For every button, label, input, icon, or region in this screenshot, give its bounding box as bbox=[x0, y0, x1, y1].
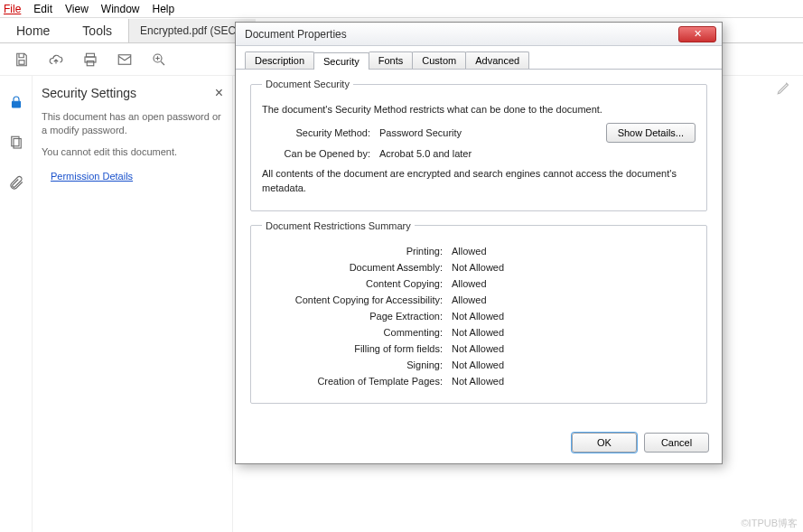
svg-rect-6 bbox=[12, 101, 20, 107]
group-restrictions-summary: Document Restrictions Summary Printing:A… bbox=[250, 220, 707, 404]
print-icon[interactable] bbox=[81, 51, 99, 69]
restriction-value: Not Allowed bbox=[452, 262, 696, 273]
tab-fonts[interactable]: Fonts bbox=[369, 51, 414, 69]
permission-details-link[interactable]: Permission Details bbox=[51, 171, 133, 182]
show-details-button[interactable]: Show Details... bbox=[606, 123, 696, 143]
restriction-value: Allowed bbox=[452, 246, 696, 257]
restriction-row: Document Assembly:Not Allowed bbox=[262, 262, 696, 273]
pages-icon[interactable] bbox=[8, 135, 24, 154]
dialog-tabs: Description Security Fonts Custom Advanc… bbox=[236, 46, 722, 70]
dialog-title: Document Properties bbox=[245, 28, 347, 41]
side-text-1: This document has an open password or a … bbox=[42, 110, 223, 138]
dialog-close-button[interactable]: ✕ bbox=[678, 26, 716, 42]
watermark: ©ITPUB博客 bbox=[742, 517, 798, 530]
restriction-row: Filling of form fields:Not Allowed bbox=[262, 343, 696, 354]
restriction-label: Creation of Template Pages: bbox=[262, 376, 452, 387]
dialog-footer: OK Cancel bbox=[236, 425, 722, 463]
side-text-2: You cannot edit this document. bbox=[42, 145, 223, 159]
cloud-upload-icon[interactable] bbox=[47, 51, 65, 69]
restriction-row: Page Extraction:Not Allowed bbox=[262, 311, 696, 322]
security-method-label: Security Method: bbox=[262, 127, 379, 138]
lock-icon[interactable] bbox=[8, 94, 24, 113]
open-by-value: Acrobat 5.0 and later bbox=[379, 148, 696, 159]
restriction-value: Not Allowed bbox=[452, 311, 696, 322]
restriction-row: Creation of Template Pages:Not Allowed bbox=[262, 376, 696, 387]
mail-icon[interactable] bbox=[116, 51, 134, 69]
menu-window[interactable]: Window bbox=[101, 3, 140, 15]
restriction-value: Not Allowed bbox=[452, 343, 696, 354]
menu-edit[interactable]: Edit bbox=[33, 3, 52, 15]
restriction-label: Printing: bbox=[262, 246, 452, 257]
restriction-label: Content Copying for Accessibility: bbox=[262, 294, 452, 305]
restriction-label: Signing: bbox=[262, 359, 452, 370]
tab-custom[interactable]: Custom bbox=[412, 51, 466, 69]
restriction-row: Content Copying:Allowed bbox=[262, 278, 696, 289]
close-icon[interactable]: × bbox=[215, 85, 223, 101]
svg-rect-7 bbox=[11, 136, 18, 146]
group-document-security-legend: Document Security bbox=[262, 79, 353, 89]
security-method-value: Password Security bbox=[379, 127, 606, 138]
tab-home[interactable]: Home bbox=[0, 18, 66, 43]
cancel-button[interactable]: Cancel bbox=[644, 433, 709, 453]
restriction-label: Page Extraction: bbox=[262, 311, 452, 322]
pencil-icon[interactable] bbox=[776, 79, 792, 96]
restriction-value: Not Allowed bbox=[452, 359, 696, 370]
docsec-note: All contents of the document are encrypt… bbox=[262, 166, 696, 196]
menu-file[interactable]: File bbox=[4, 3, 21, 15]
open-by-label: Can be Opened by: bbox=[262, 148, 379, 159]
tab-advanced[interactable]: Advanced bbox=[465, 51, 529, 69]
svg-rect-4 bbox=[118, 54, 131, 64]
restriction-label: Filling of form fields: bbox=[262, 343, 452, 354]
restriction-row: Signing:Not Allowed bbox=[262, 359, 696, 370]
restriction-row: Printing:Allowed bbox=[262, 246, 696, 257]
attachment-icon[interactable] bbox=[8, 175, 24, 194]
restriction-value: Not Allowed bbox=[452, 327, 696, 338]
tab-tools[interactable]: Tools bbox=[66, 18, 128, 43]
dialog-titlebar[interactable]: Document Properties ✕ bbox=[236, 23, 722, 46]
menu-help[interactable]: Help bbox=[153, 3, 175, 15]
docsec-intro: The document's Security Method restricts… bbox=[262, 102, 696, 117]
document-properties-dialog: Document Properties ✕ Description Securi… bbox=[235, 22, 723, 464]
restriction-row: Content Copying for Accessibility:Allowe… bbox=[262, 294, 696, 305]
restriction-row: Commenting:Not Allowed bbox=[262, 327, 696, 338]
restriction-label: Document Assembly: bbox=[262, 262, 452, 273]
group-restrictions-legend: Document Restrictions Summary bbox=[262, 220, 415, 231]
tab-description[interactable]: Description bbox=[245, 51, 314, 69]
restriction-value: Allowed bbox=[452, 278, 696, 289]
side-title: Security Settings bbox=[42, 86, 136, 100]
svg-rect-3 bbox=[87, 61, 94, 65]
zoom-icon[interactable] bbox=[150, 51, 168, 69]
restriction-value: Not Allowed bbox=[452, 376, 696, 387]
restriction-label: Commenting: bbox=[262, 327, 452, 338]
side-panel: Security Settings × This document has an… bbox=[33, 76, 233, 532]
restriction-label: Content Copying: bbox=[262, 278, 452, 289]
svg-rect-0 bbox=[19, 60, 24, 64]
save-icon[interactable] bbox=[13, 51, 31, 69]
restriction-value: Allowed bbox=[452, 294, 696, 305]
group-document-security: Document Security The document's Securit… bbox=[250, 79, 707, 211]
left-rail bbox=[0, 76, 33, 532]
ok-button[interactable]: OK bbox=[572, 433, 637, 453]
menu-bar: File Edit View Window Help bbox=[0, 0, 803, 18]
dialog-body: Document Security The document's Securit… bbox=[236, 70, 722, 425]
svg-rect-8 bbox=[14, 139, 21, 149]
tab-security[interactable]: Security bbox=[313, 52, 369, 70]
menu-view[interactable]: View bbox=[65, 3, 89, 15]
